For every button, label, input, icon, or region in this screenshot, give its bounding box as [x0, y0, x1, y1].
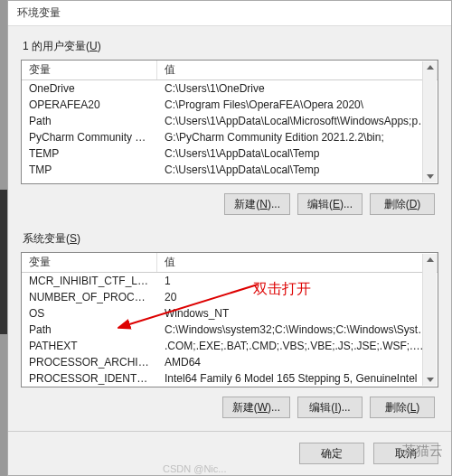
cell-value: G:\PyCharm Community Edition 2021.2.2\bi… — [157, 131, 438, 144]
cell-variable: MCR_INHIBIT_CTF_LOCK — [22, 275, 157, 287]
table-row[interactable]: NUMBER_OF_PROCESSORS20 — [22, 289, 438, 305]
cell-value: Windows_NT — [157, 307, 438, 320]
delete-sys-button[interactable]: 删除(L) — [370, 397, 435, 418]
cell-variable: OneDrive — [22, 82, 157, 95]
system-vars-header[interactable]: 变量 值 — [22, 253, 438, 273]
cell-variable: NUMBER_OF_PROCESSORS — [22, 291, 157, 303]
system-vars-rows: MCR_INHIBIT_CTF_LOCK1NUMBER_OF_PROCESSOR… — [22, 273, 438, 387]
background-strip — [0, 0, 7, 476]
dialog-footer: 确定 取消 — [8, 431, 451, 475]
delete-user-button[interactable]: 删除(D) — [370, 193, 435, 215]
cell-value: C:\Program Files\OperaFEA\Opera 2020\ — [157, 98, 438, 111]
table-row[interactable]: OneDriveC:\Users\1\OneDrive — [22, 80, 438, 97]
cell-value: .COM;.EXE;.BAT;.CMD;.VBS;.VBE;.JS;.JSE;.… — [157, 340, 438, 352]
edit-user-button[interactable]: 编辑(E)... — [297, 193, 363, 215]
cell-value: C:\Users\1\OneDrive — [157, 82, 438, 95]
cell-value: Intel64 Family 6 Model 165 Stepping 5, G… — [157, 372, 438, 385]
table-row[interactable]: MCR_INHIBIT_CTF_LOCK1 — [22, 273, 438, 289]
cell-value: C:\Users\1\AppData\Local\Temp — [157, 163, 438, 176]
cell-value: C:\Users\1\AppData\Local\Temp — [157, 147, 438, 160]
system-vars-label: 系统变量(S) — [23, 231, 438, 247]
table-row[interactable]: TMPC:\Users\1\AppData\Local\Temp — [22, 162, 438, 178]
new-sys-button[interactable]: 新建(W)... — [222, 397, 290, 418]
new-user-button[interactable]: 新建(N)... — [224, 193, 290, 215]
cancel-button[interactable]: 取消 — [373, 443, 438, 464]
table-row[interactable]: OPERAFEA20C:\Program Files\OperaFEA\Oper… — [22, 97, 438, 113]
edit-sys-button[interactable]: 编辑(I)... — [297, 397, 363, 418]
scrollbar-icon[interactable] — [422, 254, 437, 386]
user-vars-header[interactable]: 变量 值 — [22, 61, 438, 80]
user-vars-label: 1 的用户变量(U) — [23, 39, 438, 54]
ok-button[interactable]: 确定 — [299, 443, 364, 464]
cell-variable: OPERAFEA20 — [22, 98, 157, 111]
cell-variable: OS — [22, 307, 157, 320]
table-row[interactable]: PROCESSOR_IDENTIFIERIntel64 Family 6 Mod… — [22, 370, 438, 387]
cell-variable: TMP — [22, 163, 157, 176]
col-value[interactable]: 值 — [157, 61, 438, 79]
user-vars-buttons: 新建(N)... 编辑(E)... 删除(D) — [21, 184, 438, 228]
cell-variable: TEMP — [22, 147, 157, 160]
cell-variable: PROCESSOR_IDENTIFIER — [22, 372, 157, 385]
cell-variable: Path — [22, 115, 157, 127]
cell-variable: PROCESSOR_ARCHITECT... — [22, 356, 157, 369]
user-vars-rows: OneDriveC:\Users\1\OneDriveOPERAFEA20C:\… — [22, 80, 438, 183]
cell-value: 1 — [157, 275, 438, 287]
cell-variable: PATHEXT — [22, 340, 157, 352]
table-row[interactable]: PathC:\Users\1\AppData\Local\Microsoft\W… — [22, 113, 438, 129]
cell-value: C:\Users\1\AppData\Local\Microsoft\Windo… — [157, 115, 438, 127]
table-row[interactable]: PATHEXT.COM;.EXE;.BAT;.CMD;.VBS;.VBE;.JS… — [22, 338, 438, 354]
env-vars-dialog: 环境变量 1 的用户变量(U) 变量 值 OneDriveC:\Users\1\… — [7, 0, 452, 476]
cell-variable: Path — [22, 323, 157, 336]
table-row[interactable]: PyCharm Community Editi...G:\PyCharm Com… — [22, 129, 438, 145]
table-row[interactable]: PROCESSOR_ARCHITECT...AMD64 — [22, 354, 438, 370]
col-value[interactable]: 值 — [157, 253, 438, 272]
cell-value: C:\Windows\system32;C:\Windows;C:\Window… — [157, 323, 438, 336]
cell-value: AMD64 — [157, 356, 438, 369]
scrollbar-icon[interactable] — [422, 61, 437, 182]
title-text: 环境变量 — [17, 5, 61, 21]
system-vars-list[interactable]: 变量 值 MCR_INHIBIT_CTF_LOCK1NUMBER_OF_PROC… — [21, 252, 438, 387]
col-variable[interactable]: 变量 — [22, 253, 157, 272]
table-row[interactable]: TEMPC:\Users\1\AppData\Local\Temp — [22, 145, 438, 162]
table-row[interactable]: PathC:\Windows\system32;C:\Windows;C:\Wi… — [22, 322, 438, 338]
cell-value: 20 — [157, 291, 438, 303]
table-row[interactable]: OSWindows_NT — [22, 305, 438, 322]
user-vars-list[interactable]: 变量 值 OneDriveC:\Users\1\OneDriveOPERAFEA… — [21, 60, 438, 184]
cell-variable: PyCharm Community Editi... — [22, 131, 157, 144]
dialog-content: 1 的用户变量(U) 变量 值 OneDriveC:\Users\1\OneDr… — [8, 26, 451, 431]
col-variable[interactable]: 变量 — [22, 61, 157, 79]
system-vars-buttons: 新建(W)... 编辑(I)... 删除(L) — [21, 387, 438, 431]
titlebar[interactable]: 环境变量 — [8, 1, 451, 26]
